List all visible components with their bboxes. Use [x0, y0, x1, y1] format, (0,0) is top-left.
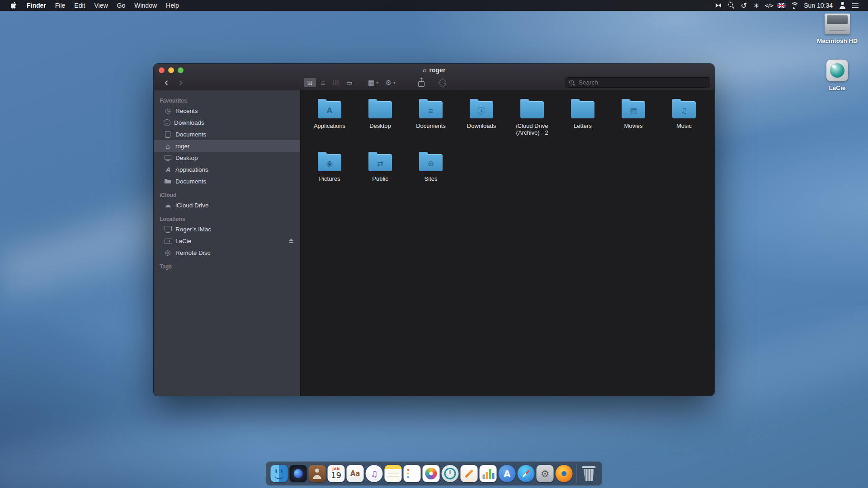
search-field[interactable]	[565, 77, 710, 88]
apple-menu-icon[interactable]	[8, 2, 19, 9]
sidebar-item-documents[interactable]: Documents	[154, 175, 300, 187]
flag-uk-icon[interactable]	[777, 3, 786, 8]
dock-photos[interactable]	[422, 464, 441, 483]
dock-firefox[interactable]	[555, 464, 574, 483]
dock-system-preferences[interactable]	[536, 464, 555, 483]
folder-pictures[interactable]: ◉Pictures	[304, 148, 355, 201]
sidebar-item-roger-s-imac[interactable]: Roger’s iMac	[154, 223, 300, 235]
code-icon[interactable]: </>	[764, 1, 774, 10]
list-view-button[interactable]: ≡	[317, 78, 329, 87]
firefox-icon	[556, 465, 573, 482]
menu-view[interactable]: View	[90, 0, 112, 11]
safari-icon	[518, 465, 535, 482]
desktop-icon-lacie[interactable]: LaCie	[826, 60, 848, 91]
eject-icon[interactable]	[288, 238, 294, 244]
dock-siri[interactable]	[289, 464, 308, 483]
folder-public[interactable]: ⇄Public	[355, 148, 406, 201]
sidebar-item-downloads[interactable]: Downloads	[154, 117, 300, 128]
dock-reminders[interactable]	[403, 464, 422, 483]
app-a-icon	[164, 165, 172, 174]
dock-notes[interactable]	[384, 464, 403, 483]
folder-downloads[interactable]: ↓Downloads	[456, 95, 507, 148]
dock-calendar[interactable]: JAN19	[327, 464, 346, 483]
menu-file[interactable]: File	[51, 0, 70, 11]
disc-icon	[164, 249, 172, 257]
action-menu-button[interactable]: ⚙▾	[386, 78, 396, 87]
menu-help[interactable]: Help	[161, 0, 184, 11]
dock-numbers[interactable]	[479, 464, 498, 483]
list-icon[interactable]	[850, 1, 861, 10]
search-icon	[569, 80, 575, 86]
desktop-icons: Macintosh HDLaCie	[810, 14, 864, 107]
time-machine-icon[interactable]: ↺	[738, 1, 749, 10]
sidebar-item-applications[interactable]: Applications	[154, 164, 300, 175]
app-butterfly-icon[interactable]	[713, 1, 724, 10]
zoom-button[interactable]	[178, 67, 184, 73]
tags-button[interactable]	[439, 79, 448, 88]
clock-icon	[164, 107, 172, 115]
share-button[interactable]	[417, 78, 426, 88]
close-button[interactable]	[159, 67, 165, 73]
folder-icon: ▦	[622, 101, 645, 118]
menu-window[interactable]: Window	[130, 0, 161, 11]
folder-applications[interactable]: AApplications	[304, 95, 355, 148]
sidebar-item-desktop[interactable]: Desktop	[154, 152, 300, 164]
dock-divider	[576, 465, 577, 483]
dock-time-machine[interactable]	[441, 464, 460, 483]
sidebar-item-roger[interactable]: roger	[154, 140, 300, 152]
forward-button[interactable]: ›	[175, 75, 186, 89]
folder-documents[interactable]: ≡Documents	[406, 95, 456, 148]
imac-icon	[164, 225, 172, 233]
wifi-icon[interactable]	[788, 1, 799, 10]
sidebar-item-documents[interactable]: Documents	[154, 128, 300, 140]
sidebar-item-icloud-drive[interactable]: iCloud Drive	[154, 199, 300, 211]
desktop-icon-macintosh-hd[interactable]: Macintosh HD	[817, 14, 858, 44]
folder-sites[interactable]: ⊘Sites	[406, 148, 456, 201]
group-menu-button[interactable]: ▦▾	[368, 78, 378, 87]
spotlight-icon[interactable]	[726, 1, 736, 10]
folder-icloud-drive-archive-2[interactable]: iCloud Drive (Archive) - 2	[507, 95, 557, 148]
folder-letters[interactable]: Letters	[557, 95, 608, 148]
sidebar-item-recents[interactable]: Recents	[154, 105, 300, 117]
music-badge-icon: ♫	[680, 107, 687, 114]
menu-finder[interactable]: Finder	[22, 0, 51, 11]
star-icon[interactable]: ∗	[751, 1, 762, 10]
sidebar-item-remote-disc[interactable]: Remote Disc	[154, 247, 300, 258]
sidebar-item-label: Remote Disc	[175, 249, 210, 256]
dock-safari[interactable]	[517, 464, 536, 483]
minimize-button[interactable]	[168, 67, 174, 73]
dock-trash[interactable]	[580, 464, 599, 483]
applications-badge-icon: A	[327, 107, 332, 114]
documents-badge-icon: ≡	[428, 108, 434, 114]
dock-finder[interactable]	[270, 464, 289, 483]
folder-music[interactable]: ♫Music	[659, 95, 709, 148]
user-icon[interactable]	[837, 1, 848, 10]
folder-desktop[interactable]: Desktop	[355, 95, 406, 148]
dock-itunes[interactable]	[365, 464, 384, 483]
gallery-view-button[interactable]: ▭	[343, 78, 355, 87]
folder-icon: ◉	[318, 154, 341, 171]
system-preferences-icon	[537, 465, 554, 482]
search-input[interactable]	[578, 79, 706, 86]
icons-view-button[interactable]: ⊞	[304, 78, 316, 87]
sidebar-item-label: Documents	[175, 131, 206, 138]
menu-edit[interactable]: Edit	[70, 0, 90, 11]
chevron-down-icon: ▾	[393, 80, 396, 85]
dock-dictionary[interactable]: Aa	[346, 464, 365, 483]
folder-label: Documents	[416, 122, 446, 129]
dock-app-store[interactable]	[498, 464, 517, 483]
numbers-icon	[480, 465, 497, 482]
dock-contacts[interactable]	[308, 464, 327, 483]
photos-icon	[423, 465, 440, 482]
back-button[interactable]: ‹	[161, 75, 172, 89]
download-icon	[164, 119, 170, 126]
columns-view-button[interactable]: |||	[330, 78, 342, 87]
sidebar-item-lacie[interactable]: LaCie	[154, 235, 300, 247]
dock-pages[interactable]	[460, 464, 479, 483]
dock-items: JAN19Aa	[270, 464, 574, 483]
folder-icon	[164, 177, 172, 185]
folder-label: Music	[676, 122, 692, 129]
menubar-clock[interactable]: Sun 10:34	[800, 2, 836, 9]
menu-go[interactable]: Go	[113, 0, 130, 11]
folder-movies[interactable]: ▦Movies	[608, 95, 659, 148]
